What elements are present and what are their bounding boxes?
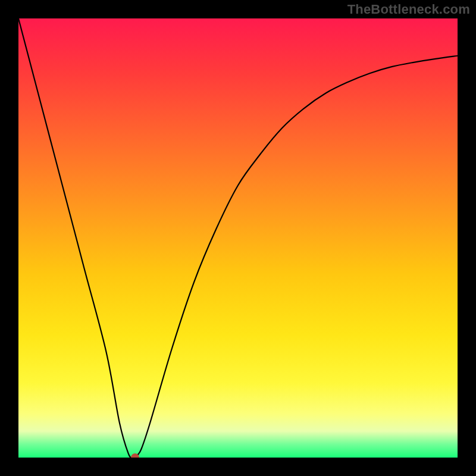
watermark-text: TheBottleneck.com [347, 2, 470, 17]
chart-frame: TheBottleneck.com [0, 0, 476, 476]
plot-area [18, 18, 458, 458]
minimum-marker [131, 453, 139, 458]
curve-path [18, 18, 458, 458]
bottleneck-curve [18, 18, 458, 458]
